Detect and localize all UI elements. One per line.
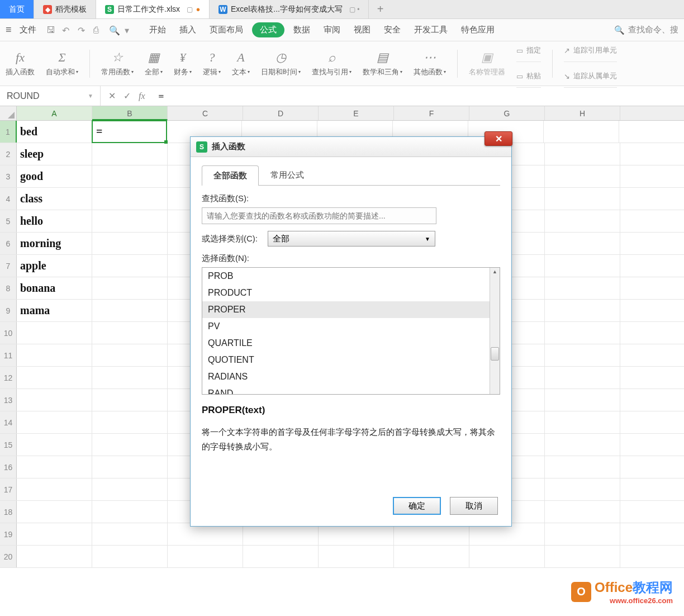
save-icon[interactable]: 🖫 bbox=[46, 25, 56, 35]
function-list-item[interactable]: PRODUCT bbox=[202, 285, 500, 301]
row-header[interactable]: 12 bbox=[0, 367, 17, 388]
fx-icon[interactable]: fx bbox=[139, 91, 145, 101]
function-list-item[interactable]: PROB bbox=[202, 268, 500, 285]
cell[interactable] bbox=[545, 210, 620, 232]
row-header[interactable]: 18 bbox=[0, 501, 17, 523]
cell[interactable] bbox=[92, 478, 168, 500]
ribbon-autosum[interactable]: Σ自动求和▾ bbox=[46, 50, 78, 77]
ribbon-insert-function[interactable]: fx插入函数 bbox=[6, 50, 35, 77]
row-header[interactable]: 11 bbox=[0, 344, 17, 366]
cell[interactable] bbox=[394, 546, 469, 567]
row-header[interactable]: 4 bbox=[0, 188, 17, 210]
ribbon-define-name[interactable]: ▭指定 bbox=[516, 40, 541, 62]
cell[interactable] bbox=[545, 233, 620, 254]
cell[interactable] bbox=[545, 300, 620, 321]
cell[interactable]: bed bbox=[17, 121, 92, 143]
cell[interactable] bbox=[92, 277, 168, 299]
row-header[interactable]: 5 bbox=[0, 210, 17, 232]
cell[interactable] bbox=[17, 389, 92, 411]
formula-input[interactable]: = bbox=[153, 91, 170, 101]
row-header[interactable]: 2 bbox=[0, 143, 17, 165]
row-header[interactable]: 1 bbox=[0, 121, 17, 143]
ribbon-finance[interactable]: ¥财务▾ bbox=[174, 50, 192, 77]
redo-icon[interactable]: ↷ bbox=[78, 25, 88, 35]
cell[interactable] bbox=[17, 344, 92, 366]
function-list-item[interactable]: RAND bbox=[202, 385, 500, 395]
ok-button[interactable]: 确定 bbox=[393, 497, 441, 515]
cell[interactable] bbox=[545, 523, 620, 545]
cell[interactable]: mama bbox=[17, 300, 92, 321]
cell[interactable] bbox=[545, 188, 620, 210]
row-header[interactable]: 17 bbox=[0, 478, 17, 500]
cell[interactable] bbox=[17, 434, 92, 456]
cell[interactable]: good bbox=[17, 165, 92, 187]
hamburger-icon[interactable]: ≡ bbox=[6, 24, 12, 36]
row-header[interactable]: 3 bbox=[0, 165, 17, 187]
cell[interactable] bbox=[92, 546, 168, 567]
cell[interactable] bbox=[545, 344, 620, 366]
cell[interactable] bbox=[545, 478, 620, 500]
ribbon-other[interactable]: ⋯其他函数▾ bbox=[414, 50, 446, 77]
ribbon-math[interactable]: ▤数学和三角▾ bbox=[363, 50, 402, 77]
cell[interactable] bbox=[92, 501, 168, 523]
cell[interactable] bbox=[17, 411, 92, 433]
cell[interactable] bbox=[17, 322, 92, 344]
scroll-thumb[interactable] bbox=[491, 347, 499, 361]
name-box[interactable]: ROUND▼ bbox=[0, 86, 101, 106]
cell[interactable] bbox=[92, 322, 168, 344]
col-header-e[interactable]: E bbox=[319, 106, 394, 120]
row-header[interactable]: 20 bbox=[0, 546, 17, 567]
col-header-d[interactable]: D bbox=[243, 106, 319, 120]
cell[interactable] bbox=[545, 501, 620, 523]
col-header-c[interactable]: C bbox=[168, 106, 243, 120]
cell[interactable] bbox=[92, 389, 168, 411]
cancel-formula-icon[interactable]: ✕ bbox=[108, 91, 116, 101]
menu-special[interactable]: 特色应用 bbox=[457, 22, 499, 37]
scroll-up-icon[interactable]: ▲ bbox=[491, 269, 499, 277]
menu-pagelayout[interactable]: 页面布局 bbox=[205, 22, 248, 37]
cell[interactable]: morning bbox=[17, 233, 92, 254]
dialog-titlebar[interactable]: S 插入函数 ✕ bbox=[191, 137, 511, 157]
new-tab-button[interactable]: + bbox=[369, 0, 391, 18]
col-header-f[interactable]: F bbox=[394, 106, 469, 120]
menu-security[interactable]: 安全 bbox=[379, 22, 405, 37]
menu-formula[interactable]: 公式 bbox=[252, 22, 284, 37]
cell[interactable]: apple bbox=[17, 255, 92, 277]
accept-formula-icon[interactable]: ✓ bbox=[124, 91, 131, 101]
ribbon-trace-dependents[interactable]: ↘追踪从属单元 bbox=[564, 65, 617, 88]
menu-devtools[interactable]: 开发工具 bbox=[410, 22, 452, 37]
col-header-b[interactable]: B bbox=[92, 106, 168, 120]
cell[interactable] bbox=[545, 389, 620, 411]
command-search[interactable]: 🔍查找命令、搜 bbox=[614, 25, 678, 35]
cell[interactable] bbox=[545, 255, 620, 277]
cell[interactable] bbox=[92, 143, 168, 165]
cell[interactable] bbox=[17, 478, 92, 500]
cell[interactable] bbox=[92, 165, 168, 187]
close-button[interactable]: ✕ bbox=[484, 131, 512, 146]
cell[interactable] bbox=[92, 300, 168, 321]
cell[interactable] bbox=[469, 546, 545, 567]
cell[interactable] bbox=[545, 546, 620, 567]
cell[interactable] bbox=[17, 523, 92, 545]
cell[interactable] bbox=[17, 546, 92, 567]
ribbon-lookup[interactable]: ⌕查找与引用▾ bbox=[312, 50, 352, 77]
col-header-h[interactable]: H bbox=[545, 106, 620, 120]
cell[interactable] bbox=[92, 255, 168, 277]
cell[interactable] bbox=[545, 434, 620, 456]
function-list-item[interactable]: QUOTIENT bbox=[202, 352, 500, 368]
ribbon-paste-name[interactable]: ▭粘贴 bbox=[516, 65, 541, 88]
undo-icon[interactable]: ↶ bbox=[62, 25, 72, 35]
tab-home[interactable]: 首页 bbox=[0, 0, 34, 18]
menu-view[interactable]: 视图 bbox=[349, 22, 375, 37]
ribbon-common-fn[interactable]: ☆常用函数▾ bbox=[101, 50, 134, 77]
cell[interactable]: bonana bbox=[17, 277, 92, 299]
row-header[interactable]: 19 bbox=[0, 523, 17, 545]
menu-insert[interactable]: 插入 bbox=[175, 22, 201, 37]
ribbon-datetime[interactable]: ◷日期和时间▾ bbox=[261, 50, 301, 77]
ribbon-text[interactable]: A文本▾ bbox=[232, 50, 250, 77]
tab-all-functions[interactable]: 全部函数 bbox=[202, 165, 259, 186]
cell[interactable] bbox=[17, 501, 92, 523]
cell[interactable] bbox=[243, 546, 319, 567]
cell[interactable] bbox=[17, 367, 92, 388]
cell[interactable] bbox=[92, 344, 168, 366]
